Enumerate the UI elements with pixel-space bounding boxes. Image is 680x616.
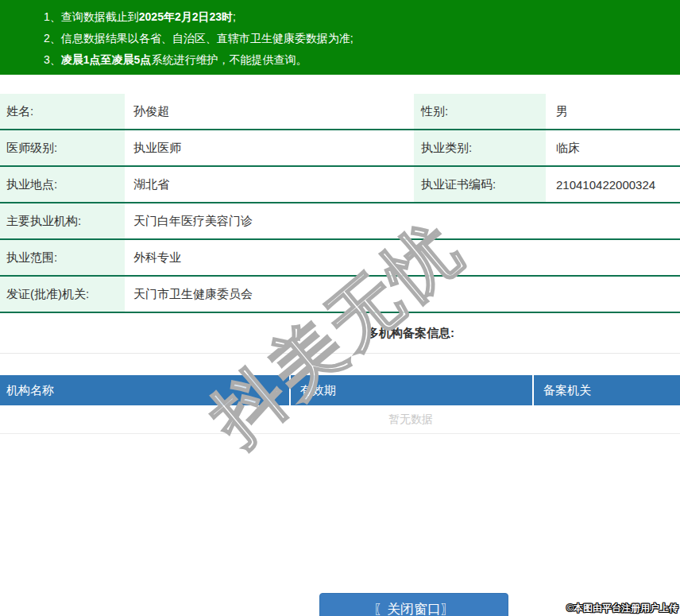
notice-bold-text: 2025年2月2日23时 [139, 10, 233, 23]
notice-text: 系统进行维护，不能提供查询。 [151, 53, 307, 66]
field-label-certificate-number: 执业证书编码: [414, 167, 546, 202]
notice-line-2: 2、信息数据结果以各省、自治区、直辖市卫生健康委数据为准; [0, 28, 680, 49]
column-header-filing-authority: 备案机关 [534, 375, 680, 405]
field-value-gender: 男 [546, 94, 680, 129]
notice-line-3: 3、凌晨1点至凌晨5点系统进行维护，不能提供查询。 [0, 49, 680, 71]
filing-table-header: 机构名称 有效期 备案机关 [0, 375, 680, 405]
field-label-issuing-authority: 发证(批准)机关: [0, 277, 125, 312]
notice-line-1: 1、查询数据截止到2025年2月2日23时; [0, 6, 680, 28]
notice-number: 2、 [44, 32, 61, 45]
field-label-practice-location: 执业地点: [0, 167, 125, 202]
table-row: 姓名: 孙俊超 性别: 男 [0, 94, 680, 130]
column-header-validity-period: 有效期 [291, 375, 534, 405]
field-value-practice-scope: 外科专业 [125, 240, 680, 275]
table-row: 发证(批准)机关: 天门市卫生健康委员会 [0, 277, 680, 313]
section-title-text: 多机构备案信息: [367, 326, 454, 341]
table-row: 执业范围: 外科专业 [0, 240, 680, 277]
field-value-certificate-number: 210410422000324 [546, 167, 680, 202]
notice-text: 信息数据结果以各省、自治区、直辖市卫生健康委数据为准; [61, 32, 354, 45]
close-window-button[interactable]: 〖关闭窗口〗 [319, 593, 508, 616]
no-data-row: 暂无数据 [0, 405, 680, 434]
field-value-practice-location: 湖北省 [125, 167, 414, 202]
field-label-main-institution: 主要执业机构: [0, 203, 125, 238]
field-label-practice-category: 执业类别: [414, 130, 546, 165]
table-row: 主要执业机构: 天门白年医疗美容门诊 [0, 203, 680, 240]
field-value-doctor-level: 执业医师 [125, 130, 414, 165]
column-header-institution-name: 机构名称 [0, 375, 291, 405]
notice-text: ; [233, 10, 236, 23]
field-label-doctor-level: 医师级别: [0, 130, 125, 165]
field-label-gender: 性别: [414, 94, 546, 129]
notice-banner: 1、查询数据截止到2025年2月2日23时; 2、信息数据结果以各省、自治区、直… [0, 0, 680, 75]
field-value-main-institution: 天门白年医疗美容门诊 [125, 203, 680, 238]
notice-text: 查询数据截止到 [61, 10, 139, 23]
upload-credit-text: ©本图由平台注册用户上传 [566, 602, 678, 615]
no-data-text: 暂无数据 [388, 413, 433, 425]
field-value-practice-category: 临床 [546, 130, 680, 165]
field-label-name: 姓名: [0, 94, 125, 129]
table-row: 执业地点: 湖北省 执业证书编码: 210410422000324 [0, 167, 680, 203]
doctor-info-table: 姓名: 孙俊超 性别: 男 医师级别: 执业医师 执业类别: 临床 执业地点: … [0, 94, 680, 313]
table-row: 医师级别: 执业医师 执业类别: 临床 [0, 130, 680, 167]
field-value-issuing-authority: 天门市卫生健康委员会 [125, 277, 680, 312]
multi-institution-section-title: 多机构备案信息: [0, 313, 680, 354]
field-label-practice-scope: 执业范围: [0, 240, 125, 275]
notice-bold-text: 凌晨1点至凌晨5点 [61, 53, 152, 66]
notice-number: 1、 [44, 10, 61, 23]
field-value-name: 孙俊超 [125, 94, 414, 129]
notice-number: 3、 [44, 53, 61, 66]
